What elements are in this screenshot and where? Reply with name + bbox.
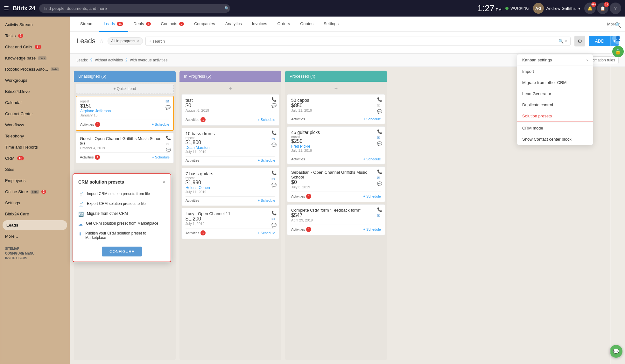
filter-search-box[interactable]: 🔍 × <box>145 37 571 46</box>
modal-item-migrate[interactable]: 🔄 Migrate from other CRM <box>78 209 165 219</box>
schedule-button[interactable]: + Schedule <box>363 194 381 198</box>
schedule-button[interactable]: + Schedule <box>258 158 275 162</box>
dropdown-migrate-crm[interactable]: Migrate from other CRM <box>517 77 593 88</box>
activities-badge[interactable]: Activities 1 <box>186 117 206 122</box>
tab-companies[interactable]: Companies <box>189 17 220 32</box>
global-search-input[interactable] <box>39 4 230 13</box>
right-user-icon[interactable]: 👤 <box>612 32 624 44</box>
email-icon[interactable]: ✉ <box>377 135 382 140</box>
card-person[interactable]: Fred Pickle <box>291 144 381 149</box>
dropdown-show-contact-center[interactable]: Show Contact center block <box>517 134 593 145</box>
email-icon[interactable]: ✉ <box>166 142 171 146</box>
activities-badge[interactable]: Activities 1 <box>291 194 311 199</box>
chat-icon[interactable]: 💬 <box>166 148 171 152</box>
add-button[interactable]: ADD <box>589 36 610 46</box>
modal-item-marketplace[interactable]: ☁ Get CRM solution preset from Marketpla… <box>78 219 165 229</box>
inprogress-add-button[interactable]: + <box>181 84 279 94</box>
card-person[interactable]: Helena Cohen <box>186 186 275 190</box>
sidebar-item-settings[interactable]: Settings <box>0 197 70 208</box>
email-icon[interactable]: ✉ <box>271 177 277 181</box>
tab-analytics[interactable]: Analytics <box>220 17 247 32</box>
phone-icon[interactable]: 📞 <box>377 169 382 174</box>
activities-badge[interactable]: Activities <box>291 117 305 121</box>
email-icon[interactable]: ✉ <box>271 217 277 221</box>
email-icon[interactable]: ✉ <box>377 213 382 218</box>
sidebar-item-leads[interactable]: Leads <box>3 220 67 230</box>
right-lock-icon[interactable]: 🔒 <box>612 46 624 57</box>
sidebar-item-bitrix24-drive[interactable]: Bitrix24.Drive <box>0 86 70 97</box>
email-icon[interactable]: ✉ <box>377 103 382 108</box>
dropdown-crm-mode[interactable]: CRM mode <box>517 122 593 134</box>
schedule-button[interactable]: + Schedule <box>258 199 275 202</box>
chat-icon[interactable]: 💬 <box>271 103 277 108</box>
tab-stream[interactable]: Stream <box>75 17 99 32</box>
schedule-button[interactable]: + Schedule <box>152 122 169 126</box>
card-name[interactable]: Airplane Jefferson <box>80 109 169 113</box>
quick-lead-button[interactable]: + Quick Lead <box>76 84 174 94</box>
dropdown-lead-generator[interactable]: Lead Generator <box>517 88 593 99</box>
modal-item-export-file[interactable]: 📄 Export CRM solution presets to file <box>78 199 165 209</box>
activities-badge[interactable]: Activities <box>291 157 305 161</box>
modal-close-button[interactable]: × <box>163 179 165 185</box>
phone-icon[interactable]: 📞 <box>271 130 277 135</box>
sidebar-item-calendar[interactable]: Calendar <box>0 97 70 108</box>
work-status[interactable]: WORKING <box>505 6 529 10</box>
card-person[interactable]: Dean Marston <box>186 145 275 150</box>
alerts-icon[interactable]: 📋 11 <box>597 3 608 14</box>
help-icon[interactable]: ? <box>610 3 621 14</box>
chat-icon[interactable]: 💬 <box>377 141 382 146</box>
sidebar-item-activity-stream[interactable]: Activity Stream <box>0 19 70 30</box>
sidebar-item-tasks[interactable]: Tasks 1 <box>0 30 70 41</box>
tab-orders[interactable]: Orders <box>272 17 295 32</box>
tab-leads[interactable]: Leads 11 <box>99 17 128 32</box>
phone-icon[interactable]: 📞 <box>377 97 382 102</box>
dropdown-kanban-settings[interactable]: Kanban settings › <box>517 54 593 66</box>
favorite-star-icon[interactable]: ☆ <box>99 38 104 44</box>
schedule-button[interactable]: + Schedule <box>363 228 381 231</box>
phone-icon[interactable]: 📞 <box>271 97 277 102</box>
overdue-count-link[interactable]: 2 <box>125 58 128 62</box>
sidebar-item-time-and-reports[interactable]: Time and Reports <box>0 142 70 153</box>
activities-badge[interactable]: Activities <box>186 199 199 202</box>
schedule-button[interactable]: + Schedule <box>363 157 381 161</box>
chat-icon[interactable]: 💬 <box>271 183 277 187</box>
sitemap-link[interactable]: SITEMAP <box>5 247 65 250</box>
configure-button[interactable]: CONFIGURE <box>102 247 142 256</box>
sidebar-item-robotic-process[interactable]: Robotic Process Auto... beta <box>0 64 70 75</box>
activities-badge[interactable]: Activities 1 <box>80 122 100 127</box>
search-clear-icon[interactable]: × <box>565 39 567 44</box>
activities-badge[interactable]: Activities <box>186 158 199 162</box>
filter-tag[interactable]: All in progress × <box>108 37 143 45</box>
configure-menu-link[interactable]: CONFIGURE MENU <box>5 252 65 255</box>
phone-icon[interactable]: 📞 <box>271 171 277 175</box>
kanban-settings-button[interactable]: ⚙ <box>574 36 585 46</box>
chat-icon[interactable]: 💬 <box>377 181 382 186</box>
schedule-button[interactable]: + Schedule <box>258 118 275 122</box>
sidebar-item-sites[interactable]: Sites <box>0 164 70 175</box>
user-menu[interactable]: AG Andrew Griffiths ▾ <box>533 3 580 14</box>
chat-icon[interactable]: 💬 <box>271 223 277 228</box>
tab-deals[interactable]: Deals 2 <box>128 17 156 32</box>
sidebar-item-knowledge-base[interactable]: Knowledge base beta <box>0 52 70 64</box>
sidebar-item-employees[interactable]: Employees <box>0 175 70 186</box>
schedule-button[interactable]: + Schedule <box>363 117 381 121</box>
processed-add-button[interactable]: + <box>287 84 385 94</box>
sidebar-item-crm[interactable]: CRM 18 <box>0 153 70 164</box>
activities-badge[interactable]: Activities 1 <box>291 227 311 232</box>
filter-close-icon[interactable]: × <box>137 39 139 43</box>
sidebar-item-telephony[interactable]: Telephony <box>0 130 70 142</box>
sidebar-item-contact-center[interactable]: Contact Center <box>0 108 70 119</box>
phone-icon[interactable]: 📞 <box>271 211 277 215</box>
sidebar-item-bitrix24-care[interactable]: Bitrix24 Care <box>0 208 70 220</box>
notifications-icon[interactable]: 🔔 99+ <box>584 3 596 14</box>
sidebar-item-chat-and-calls[interactable]: Chat and Calls 11 <box>0 41 70 52</box>
activities-badge[interactable]: Activities 1 <box>186 230 206 235</box>
dropdown-import[interactable]: Import <box>517 66 593 77</box>
search-input[interactable] <box>149 39 557 44</box>
email-icon[interactable]: ✉ <box>165 99 171 104</box>
phone-icon[interactable]: 📞 <box>166 136 171 140</box>
activities-badge[interactable]: Activities 1 <box>80 155 100 160</box>
email-icon[interactable]: ✉ <box>271 136 277 141</box>
schedule-button[interactable]: + Schedule <box>152 155 170 159</box>
tab-invoices[interactable]: Invoices <box>247 17 272 32</box>
